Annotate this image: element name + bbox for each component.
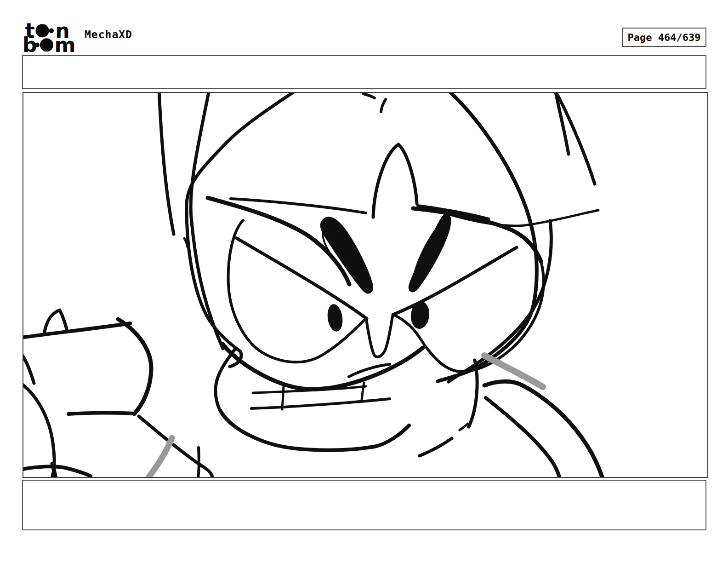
toonboom-logo: t n b m [22,17,79,54]
logo-dot-small-1 [49,29,54,33]
toonboom-logo-line2: b m [23,33,76,54]
logo-letter-m: m [54,33,75,54]
caption-box-bottom [22,480,706,530]
logo-dot-large-1 [36,24,49,37]
storyboard-drawing [23,93,707,477]
logo-letter-b: b [23,33,37,54]
storyboard-page: t n b m MechaXD Page 464/639 [0,0,728,563]
logo-dot-large-2 [40,38,53,52]
page-number-box: Page 464/639 [622,28,706,47]
caption-box-top [22,55,706,89]
page-number-label: Page 464/639 [628,32,701,43]
logo-dot-small-2 [35,43,40,47]
storyboard-panel [23,92,708,478]
project-title: MechaXD [85,29,132,40]
